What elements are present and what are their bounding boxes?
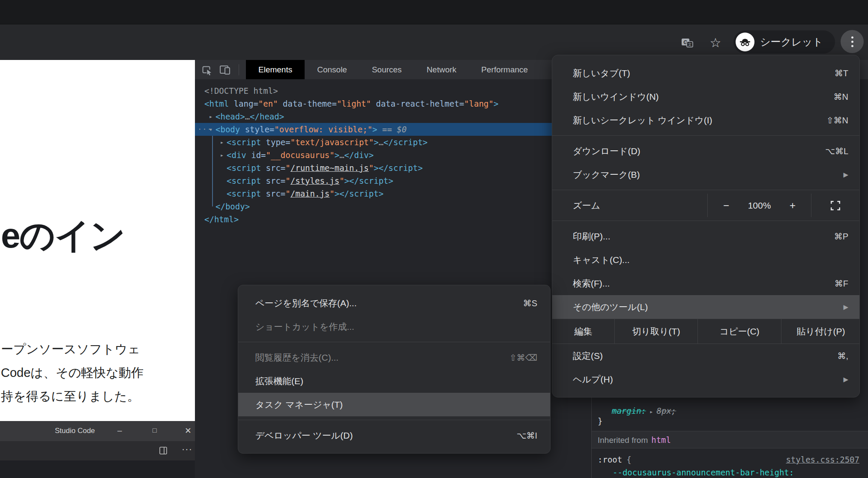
expand-arrow-icon[interactable]: ▸	[218, 136, 226, 149]
incognito-label: シークレット	[760, 35, 823, 49]
zoom-label: ズーム	[552, 194, 707, 217]
menu-item[interactable]: 拡張機能(E)	[238, 369, 550, 393]
elements-tree-node[interactable]: <script src="/main.js"></script>	[195, 187, 591, 200]
menu-item[interactable]: コピー(C)	[698, 319, 781, 344]
menu-item: ショートカットを作成...	[238, 315, 550, 338]
expand-arrow-icon[interactable]: ▸	[218, 149, 226, 161]
menu-item[interactable]: 切り取り(T)	[615, 319, 698, 344]
css-property-name: margin:	[612, 406, 646, 415]
shortcut-label: ⌘T	[835, 68, 848, 78]
menu-item[interactable]: デベロッパー ツール(D)⌥⌘I	[238, 424, 550, 447]
menu-item[interactable]: 新しいシークレット ウインドウ(I)⇧⌘N	[552, 108, 859, 132]
menu-item[interactable]: ブックマーク(B)▶	[552, 163, 859, 186]
inherited-selector[interactable]: html	[651, 435, 671, 445]
menu-item[interactable]: ページを別名で保存(A)...⌘S	[238, 291, 550, 315]
device-toolbar-icon[interactable]	[219, 64, 231, 75]
inherited-from-label: Inherited from	[598, 436, 648, 445]
menu-separator	[552, 221, 859, 221]
menu-item[interactable]: 貼り付け(P)	[781, 319, 860, 344]
paragraph-line: Codeは、その軽快な動作	[1, 361, 144, 385]
menu-edit-row: 編集切り取り(T)コピー(C)貼り付け(P)	[552, 319, 859, 344]
submenu-arrow-icon: ▶	[843, 303, 848, 311]
elements-tree-node[interactable]: ▸<script type="text/javascript">…</scrip…	[195, 136, 591, 149]
menu-item[interactable]: 新しいタブ(T)⌘T	[552, 61, 859, 85]
css-declaration-overridden[interactable]: margin:▸8px;	[612, 404, 676, 417]
menu-item[interactable]: その他のツール(L)▶	[552, 295, 859, 319]
css-rule-header: :root{ styles.css:2507	[598, 453, 864, 466]
shortcut-label: ⌘F	[835, 278, 848, 289]
inspect-element-icon[interactable]	[201, 64, 213, 75]
menu-item[interactable]: キャスト(C)...	[552, 248, 859, 272]
bookmark-star-icon[interactable]: ☆	[708, 35, 723, 51]
tab-elements[interactable]: Elements	[246, 60, 305, 79]
rule-open-brace: {	[626, 455, 631, 464]
fullscreen-button[interactable]	[811, 194, 859, 217]
svg-text:文: 文	[688, 42, 692, 47]
stylesheet-source-link[interactable]: styles.css:2507	[786, 453, 859, 466]
tab-console[interactable]: Console	[305, 60, 359, 79]
edit-label: 編集	[552, 319, 615, 344]
menu-item[interactable]: タスク マネージャ(T)	[238, 393, 550, 416]
browser-menu-button[interactable]	[841, 30, 864, 53]
elements-tree-node[interactable]: <!DOCTYPE html>	[195, 84, 591, 97]
zoom-in-button[interactable]: +	[790, 200, 796, 212]
incognito-icon	[736, 33, 754, 51]
browser-main-menu: 新しいタブ(T)⌘T新しいウインドウ(N)⌘N新しいシークレット ウインドウ(I…	[552, 55, 860, 397]
tab-performance[interactable]: Performance	[469, 60, 540, 79]
menu-item[interactable]: 設定(S)⌘,	[552, 344, 859, 367]
vscode-window-title: Studio Code	[55, 427, 95, 435]
vscode-screenshot: Studio Code – □ ✕ ··· avaScript, Python,…	[0, 421, 195, 478]
maximize-icon: □	[153, 427, 157, 434]
devtools-tabs: ElementsConsoleSourcesNetworkPerformance	[246, 60, 540, 79]
elements-tree-node[interactable]: <script src="/styles.js"></script>	[195, 174, 591, 187]
shortcut-label: ⌘N	[834, 92, 848, 102]
expand-shorthand-icon[interactable]: ▸	[650, 408, 653, 415]
shortcut-label: ⌘P	[834, 231, 848, 242]
menu-item[interactable]: 検索(F)...⌘F	[552, 272, 859, 295]
close-icon: ✕	[185, 426, 192, 436]
css-custom-property[interactable]: --docusaurus-announcement-bar-height:	[613, 466, 794, 478]
menu-item[interactable]: 印刷(P)...⌘P	[552, 224, 859, 248]
elements-tree-node[interactable]: <html lang="en" data-theme="light" data-…	[195, 97, 591, 110]
elements-tree-node[interactable]: ···▾<body style="overflow: visible;"> ==…	[195, 123, 591, 136]
zoom-value: 100%	[748, 200, 771, 211]
webpage-content: eのイン ープンソースソフトウェ Codeは、その軽快な動作 持を得るに至りまし…	[0, 60, 195, 478]
more-tools-submenu: ページを別名で保存(A)...⌘Sショートカットを作成...閲覧履歴を消去(C)…	[238, 285, 551, 454]
elements-tree-node[interactable]: </body>	[195, 200, 591, 213]
window-top-strip	[0, 0, 868, 24]
page-paragraph: ープンソースソフトウェ Codeは、その軽快な動作 持を得るに至りました。	[1, 338, 144, 408]
elements-tree-node[interactable]: ▸<div id="__docusaurus">…</div>	[195, 149, 591, 161]
translate-icon[interactable]: G 文	[679, 35, 695, 51]
menu-zoom-row: ズーム−100%+	[552, 194, 859, 217]
menu-item[interactable]: ヘルプ(H)▶	[552, 367, 859, 391]
elements-tree-node[interactable]: </html>	[195, 213, 591, 226]
menu-item[interactable]: 新しいウインドウ(N)⌘N	[552, 85, 859, 108]
shortcut-label: ⌘,	[837, 351, 848, 361]
menu-item: 閲覧履歴を消去(C)...⇧⌘⌫	[238, 346, 550, 369]
elements-tree-node[interactable]: <script src="/runtime~main.js"></script>	[195, 161, 591, 174]
paragraph-line: 持を得るに至りました。	[1, 385, 144, 408]
screen: G 文 ☆ シークレット eのイン ープンソースソフトウェ C	[0, 0, 868, 478]
menu-separator	[238, 342, 550, 342]
expand-arrow-icon[interactable]: ▾	[207, 123, 215, 136]
submenu-arrow-icon: ▶	[843, 376, 848, 383]
menu-separator	[238, 420, 550, 420]
shortcut-label: ⌥⌘L	[825, 146, 848, 156]
vscode-titlebar: Studio Code – □ ✕	[0, 421, 195, 441]
page-heading: eのイン	[1, 212, 125, 260]
tab-sources[interactable]: Sources	[359, 60, 414, 79]
menu-item[interactable]: ダウンロード(D)⌥⌘L	[552, 139, 859, 163]
shortcut-label: ⇧⌘N	[826, 115, 848, 125]
zoom-out-button[interactable]: −	[723, 200, 729, 212]
inherited-from-bar: Inherited fromhtml	[592, 431, 868, 448]
shortcut-label: ⌘S	[523, 298, 537, 308]
elements-tree-node[interactable]: ▸<head>…</head>	[195, 110, 591, 123]
tab-network[interactable]: Network	[414, 60, 469, 79]
expand-arrow-icon[interactable]: ▸	[207, 110, 215, 123]
rule-closing-brace: }	[598, 415, 602, 427]
rule-selector: :root	[598, 455, 622, 464]
more-actions-icon: ···	[182, 444, 192, 455]
split-editor-icon	[159, 447, 167, 456]
minimize-icon: –	[117, 426, 122, 435]
css-property-value: 8px;	[657, 406, 676, 415]
